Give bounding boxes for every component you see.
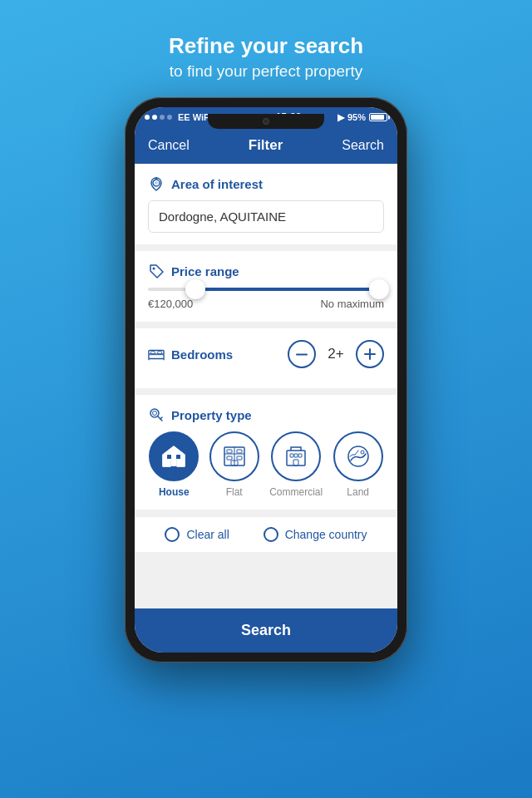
key-icon <box>148 406 165 423</box>
cancel-button[interactable]: Cancel <box>148 138 190 153</box>
property-type-section: Property type <box>135 395 397 510</box>
svg-rect-15 <box>167 455 171 459</box>
property-type-land[interactable]: Land <box>333 431 383 498</box>
location-icon: ▶ <box>337 112 344 123</box>
svg-rect-29 <box>293 460 298 466</box>
slider-fill <box>195 288 380 291</box>
land-label: Land <box>347 486 369 498</box>
svg-rect-27 <box>298 454 302 457</box>
phone-notch <box>208 114 324 129</box>
slider-track <box>148 288 384 291</box>
nav-bar: Cancel Filter Search <box>135 127 397 164</box>
signal-dot-3 <box>160 115 165 120</box>
clear-all-radio <box>165 527 180 542</box>
header-section: Refine your search to find your perfect … <box>152 0 380 97</box>
property-types-list: House <box>148 431 384 498</box>
property-type-title: Property type <box>148 406 384 423</box>
bedrooms-title: Bedrooms 2+ <box>148 340 384 368</box>
change-country-label: Change country <box>285 528 367 541</box>
price-title: Price range <box>148 263 384 279</box>
price-labels: €120,000 No maximum <box>148 298 384 310</box>
flat-label: Flat <box>226 486 243 498</box>
bottom-actions: Clear all Change country <box>135 516 397 552</box>
bedroom-decrement-button[interactable] <box>288 340 316 368</box>
svg-rect-21 <box>237 450 242 453</box>
signal-dot-1 <box>145 115 150 120</box>
svg-rect-14 <box>171 460 176 466</box>
svg-rect-25 <box>287 451 305 466</box>
status-right: ▶ 95% <box>337 112 387 123</box>
battery-icon <box>369 113 387 121</box>
svg-rect-28 <box>294 454 298 457</box>
svg-rect-16 <box>176 455 180 459</box>
battery-percent: 95% <box>347 112 366 122</box>
signal-dot-2 <box>152 115 157 120</box>
price-section: Price range €120,000 No maximum <box>135 251 397 322</box>
house-circle <box>149 431 199 481</box>
svg-rect-26 <box>290 454 293 457</box>
svg-rect-22 <box>227 456 232 460</box>
commercial-label: Commercial <box>269 486 323 498</box>
nav-search-button[interactable]: Search <box>342 138 384 153</box>
change-country-radio <box>264 527 278 542</box>
svg-point-2 <box>153 268 155 270</box>
price-max-label: No maximum <box>320 298 384 310</box>
phone-screen: EE WiFiCall ▾ 15:28 ▶ 95% Cancel Filter … <box>135 107 397 653</box>
header-title: Refine your search <box>169 33 363 59</box>
header-subtitle: to find your perfect property <box>169 62 363 81</box>
price-min-label: €120,000 <box>148 298 193 310</box>
svg-point-31 <box>361 451 364 454</box>
slider-max-thumb[interactable] <box>369 279 389 299</box>
slider-min-thumb[interactable] <box>185 279 205 299</box>
content-area: Area of interest Price range <box>135 164 397 608</box>
property-type-commercial[interactable]: Commercial <box>269 431 323 498</box>
flat-circle <box>209 431 259 481</box>
svg-point-1 <box>155 181 158 185</box>
battery-fill <box>371 115 384 120</box>
area-title: Area of interest <box>148 175 384 192</box>
signal-dot-4 <box>167 115 172 120</box>
commercial-circle <box>271 431 321 481</box>
area-input[interactable] <box>148 200 384 233</box>
clear-all-label: Clear all <box>186 528 229 541</box>
house-label: House <box>159 486 190 498</box>
svg-point-13 <box>153 411 157 416</box>
svg-rect-23 <box>237 456 242 460</box>
search-button[interactable]: Search <box>135 608 397 653</box>
land-circle <box>333 431 383 481</box>
price-slider[interactable] <box>148 288 384 291</box>
svg-rect-4 <box>149 354 164 356</box>
price-tag-icon <box>148 263 165 279</box>
bedrooms-controls: 2+ <box>288 340 384 368</box>
area-section: Area of interest <box>135 164 397 244</box>
clear-all-button[interactable]: Clear all <box>165 527 229 542</box>
bedrooms-section: Bedrooms 2+ <box>135 328 397 388</box>
bedroom-increment-button[interactable] <box>356 340 384 368</box>
svg-rect-20 <box>227 450 232 453</box>
bedroom-count: 2+ <box>326 346 346 362</box>
nav-title: Filter <box>249 137 283 154</box>
svg-point-30 <box>348 446 368 466</box>
property-type-house[interactable]: House <box>149 431 199 498</box>
location-icon <box>148 175 165 192</box>
bed-icon <box>148 346 165 362</box>
phone-camera <box>263 118 269 125</box>
property-type-flat[interactable]: Flat <box>209 431 259 498</box>
phone-shell: EE WiFiCall ▾ 15:28 ▶ 95% Cancel Filter … <box>125 97 407 663</box>
change-country-button[interactable]: Change country <box>264 527 367 542</box>
